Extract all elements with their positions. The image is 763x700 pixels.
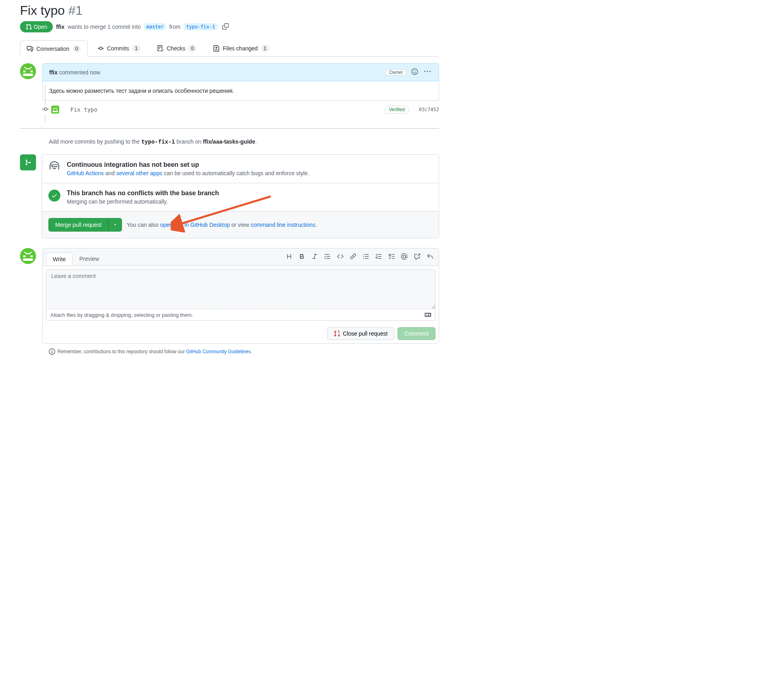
tab-checks-count: 0 <box>188 45 196 52</box>
github-actions-link[interactable]: GitHub Actions <box>67 170 104 176</box>
verified-badge[interactable]: Verified <box>384 106 409 114</box>
first-comment: ffix commented now Owner Здесь можно раз… <box>20 63 439 101</box>
git-pull-request-closed-icon <box>334 330 340 337</box>
tab-conversation-label: Conversation <box>36 46 70 52</box>
comment-textarea[interactable] <box>46 269 435 309</box>
comment-author[interactable]: ffix <box>49 69 58 76</box>
svg-rect-17 <box>23 256 26 258</box>
merge-status-badge <box>20 154 36 170</box>
commit-row: Fix typo Verified 03c7452 <box>49 101 439 122</box>
tab-checks[interactable]: Checks 0 <box>150 40 204 56</box>
push-hint-repo: ffix/aaa-tasks-guide <box>203 138 255 145</box>
tab-commits-label: Commits <box>107 45 129 52</box>
pr-title: Fix typo #1 <box>20 3 439 18</box>
commit-message[interactable]: Fix typo <box>70 106 384 113</box>
merge-options-dropdown[interactable] <box>108 218 122 232</box>
base-branch[interactable]: master <box>144 23 166 30</box>
italic-icon <box>312 253 318 260</box>
svg-rect-16 <box>26 253 30 254</box>
preview-tab[interactable]: Preview <box>72 252 106 265</box>
tab-files-count: 1 <box>261 45 269 52</box>
tab-files-label: Files changed <box>223 45 258 52</box>
svg-rect-10 <box>53 109 54 110</box>
footer-suffix: . <box>251 349 252 354</box>
reply-button[interactable] <box>424 252 435 262</box>
comment-action: commented <box>59 69 88 76</box>
svg-rect-12 <box>53 111 58 112</box>
tab-files[interactable]: Files changed 1 <box>206 40 276 56</box>
merge-panel: Continuous integration has not been set … <box>42 154 439 238</box>
comment-time[interactable]: now <box>90 69 100 76</box>
attach-hint[interactable]: Attach files by dragging & dropping, sel… <box>46 309 435 321</box>
svg-rect-11 <box>56 109 58 110</box>
bold-icon <box>299 253 305 260</box>
author-avatar[interactable] <box>20 63 36 79</box>
markdown-toolbar <box>284 252 435 266</box>
comment-discussion-icon <box>27 46 33 52</box>
triangle-down-icon <box>113 222 118 227</box>
check-icon <box>51 192 58 199</box>
quote-button[interactable] <box>322 252 333 262</box>
comment-menu-button[interactable] <box>423 67 432 78</box>
tab-checks-label: Checks <box>167 45 186 52</box>
list-ordered-icon <box>376 253 382 260</box>
comment-button[interactable]: Comment <box>397 327 435 340</box>
ci-rest: can be used to automatically catch bugs … <box>164 170 309 176</box>
no-conflicts-row: This branch has no conflicts with the ba… <box>42 183 439 211</box>
close-pr-button[interactable]: Close pull request <box>327 327 394 340</box>
push-hint-branch: typo-fix-1 <box>141 138 175 145</box>
svg-rect-2 <box>26 68 30 70</box>
git-merge-icon <box>25 159 31 166</box>
commit-author-avatar[interactable] <box>51 106 59 114</box>
pr-meta: Open ffix wants to merge 1 commit into m… <box>20 21 439 32</box>
head-branch[interactable]: typo-fix-1 <box>184 23 217 30</box>
merge-pull-request-button[interactable]: Merge pull request <box>48 218 108 232</box>
tab-commits[interactable]: Commits 1 <box>91 40 147 56</box>
tasklist-button[interactable] <box>386 252 397 262</box>
svg-rect-9 <box>54 108 56 109</box>
svg-rect-15 <box>30 252 32 253</box>
code-button[interactable] <box>335 252 346 262</box>
state-badge: Open <box>20 21 53 32</box>
markdown-icon <box>425 312 431 318</box>
avatar-icon <box>52 106 58 113</box>
italic-button[interactable] <box>309 252 320 262</box>
reaction-button[interactable] <box>410 67 419 78</box>
kebab-horizontal-icon <box>424 68 431 75</box>
heading-button[interactable] <box>284 252 295 262</box>
avatar-icon <box>22 250 34 262</box>
svg-rect-7 <box>53 107 54 108</box>
comment-body: Здесь можно разместить тест задачи и опи… <box>42 81 439 101</box>
other-apps-link[interactable]: several other apps <box>116 170 162 176</box>
svg-rect-3 <box>23 71 26 73</box>
cli-instructions-link[interactable]: command line instructions <box>251 222 316 228</box>
link-button[interactable] <box>348 252 359 262</box>
no-conflicts-subtitle: Merging can be performed automatically. <box>67 198 219 205</box>
mention-button[interactable] <box>399 252 410 262</box>
commit-sha[interactable]: 03c7452 <box>419 107 439 112</box>
svg-rect-19 <box>23 258 33 261</box>
current-user-avatar[interactable] <box>20 248 36 264</box>
attach-hint-text: Attach files by dragging & dropping, sel… <box>50 312 193 318</box>
tab-conversation[interactable]: Conversation 0 <box>20 40 88 57</box>
bold-button[interactable] <box>296 252 308 262</box>
unordered-list-button[interactable] <box>360 252 372 262</box>
footer-prefix: Remember, contributions to this reposito… <box>58 349 185 354</box>
no-conflicts-title: This branch has no conflicts with the ba… <box>67 190 219 197</box>
footer-note: Remember, contributions to this reposito… <box>49 344 439 360</box>
merge-section: Continuous integration has not been set … <box>20 154 439 238</box>
write-tab[interactable]: Write <box>46 252 72 266</box>
copy-branch-button[interactable] <box>221 22 230 32</box>
info-icon <box>49 348 55 355</box>
merge-desc-1: wants to merge 1 commit into <box>68 24 141 30</box>
code-icon <box>337 253 344 260</box>
open-desktop-link[interactable]: open this in GitHub Desktop <box>160 222 230 228</box>
community-guidelines-link[interactable]: GitHub Community Guidelines <box>186 349 251 354</box>
checklist-icon <box>157 45 164 52</box>
pr-author[interactable]: ffix <box>56 24 64 30</box>
mention-icon <box>401 253 407 260</box>
ordered-list-button[interactable] <box>373 252 384 262</box>
ci-row: Continuous integration has not been set … <box>42 155 439 183</box>
cross-reference-button[interactable] <box>411 252 423 262</box>
svg-rect-18 <box>30 256 33 258</box>
